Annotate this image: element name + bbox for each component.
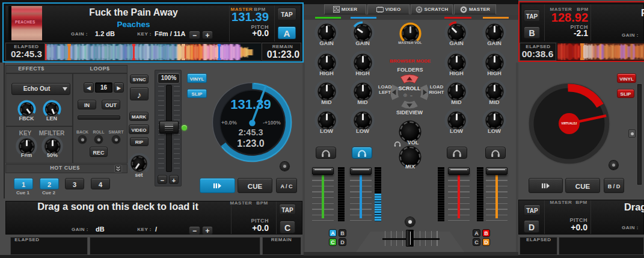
svg-text:VIRTUALDJ: VIRTUALDJ: [562, 122, 577, 125]
